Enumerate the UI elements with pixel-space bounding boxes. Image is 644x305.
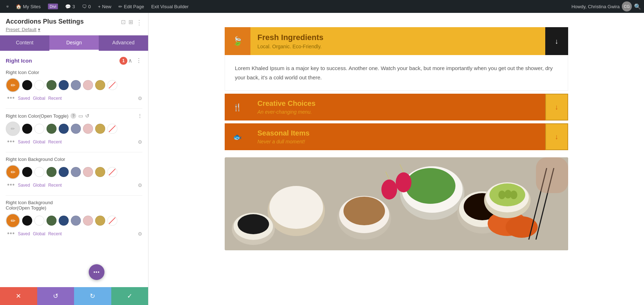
saved-link-3[interactable]: Saved <box>18 183 30 188</box>
color-swatch-black-3[interactable] <box>22 167 32 177</box>
accordion-header-seasonal-items[interactable]: 🐟 Seasonal Items Never a dull moment! ↓ <box>225 123 568 150</box>
tab-design[interactable]: Design <box>49 35 99 51</box>
device-icon-1[interactable]: ▭ <box>78 113 83 119</box>
color-swatch-navy-3[interactable] <box>59 167 69 177</box>
svg-point-31 <box>238 214 269 234</box>
color-swatch-pink-3[interactable] <box>83 167 93 177</box>
color-swatch-lavender-4[interactable] <box>71 216 81 226</box>
global-link-3[interactable]: Global <box>33 183 45 188</box>
divi-item[interactable]: Divi <box>44 0 62 13</box>
sidebar-header: Accordions Plus Settings ⊡ ⊞ ⋮ Preset: D… <box>0 13 148 35</box>
color-swatch-none-4[interactable] <box>107 216 117 226</box>
settings-gear-3[interactable]: ⚙ <box>138 182 142 188</box>
accordion-arrow-seasonal-items[interactable]: ↓ <box>545 123 568 150</box>
global-link-1[interactable]: Global <box>33 96 45 101</box>
color-swatch-navy-1[interactable] <box>59 80 69 90</box>
my-sites-item[interactable]: 🏠 My Sites <box>12 0 44 13</box>
section-more-icon[interactable]: ⋮ <box>135 56 142 65</box>
search-icon[interactable]: 🔍 <box>634 3 641 10</box>
global-link-4[interactable]: Global <box>33 231 45 236</box>
color-swatch-green-1[interactable] <box>47 80 57 90</box>
right-icon-bg-color-main-swatch[interactable]: ✏ <box>6 165 20 179</box>
color-swatch-green-2[interactable] <box>47 124 57 134</box>
color-swatch-white-2[interactable] <box>34 124 44 134</box>
user-avatar[interactable]: CG <box>622 1 632 11</box>
tab-content[interactable]: Content <box>0 35 49 51</box>
section-actions: ∧ ⋮ <box>127 56 142 65</box>
grid-icon[interactable]: ⊞ <box>128 19 133 26</box>
color-dots-1[interactable]: ••• <box>7 94 15 102</box>
edit-page-item[interactable]: ✏ Edit Page <box>115 0 147 13</box>
arrow-icon-1[interactable]: ↺ <box>85 113 89 119</box>
color-swatch-none-3[interactable] <box>107 167 117 177</box>
recent-link-1[interactable]: Recent <box>48 96 62 101</box>
preset-selector[interactable]: Preset: Default ▾ <box>6 27 142 32</box>
saved-link-1[interactable]: Saved <box>18 96 30 101</box>
color-swatch-green-4[interactable] <box>47 216 57 226</box>
more-icon-1[interactable]: ⋮ <box>137 113 142 119</box>
save-button[interactable]: ✓ <box>111 287 148 305</box>
color-swatch-navy-4[interactable] <box>59 216 69 226</box>
color-swatch-pink-4[interactable] <box>83 216 93 226</box>
accordion-header-fresh-ingredients[interactable]: 🍃 Fresh Ingredients Local. Organic. Eco-… <box>225 27 568 55</box>
color-swatch-gold-3[interactable] <box>95 167 105 177</box>
saved-link-2[interactable]: Saved <box>18 139 30 144</box>
color-swatch-white-4[interactable] <box>34 216 44 226</box>
new-item[interactable]: + New <box>94 0 115 13</box>
color-swatch-gold-4[interactable] <box>95 216 105 226</box>
accordion-icon-seasonal-items: 🐟 <box>225 123 250 150</box>
tab-advanced[interactable]: Advanced <box>99 35 148 51</box>
undo-button[interactable]: ↺ <box>37 287 74 305</box>
color-swatch-lavender-1[interactable] <box>71 80 81 90</box>
color-swatch-lavender-2[interactable] <box>71 124 81 134</box>
color-swatch-pink-2[interactable] <box>83 124 93 134</box>
accordion-arrow-fresh-ingredients[interactable]: ↓ <box>545 27 568 55</box>
comments-item[interactable]: 💬 3 <box>62 0 78 13</box>
global-link-2[interactable]: Global <box>33 139 45 144</box>
accordion-arrow-creative-choices[interactable]: ↓ <box>545 94 568 120</box>
redo-button[interactable]: ↻ <box>74 287 111 305</box>
exit-visual-builder-item[interactable]: Exit Visual Builder <box>148 0 192 13</box>
comment-icon: 💬 <box>65 4 71 9</box>
cancel-button[interactable]: ✕ <box>0 287 37 305</box>
color-dots-2[interactable]: ••• <box>7 138 15 146</box>
collapse-icon[interactable]: ∧ <box>127 56 133 65</box>
accordion-title-fresh-ingredients: Fresh Ingredients <box>258 33 538 42</box>
recent-link-4[interactable]: Recent <box>48 231 62 236</box>
right-icon-bg-color-field: Right Icon Background Color ✏ ••• Saved <box>6 157 142 189</box>
accordion-header-creative-choices[interactable]: 🍴 Creative Choices An ever-changing menu… <box>225 94 568 120</box>
right-icon-bg-color-open-main-swatch[interactable]: ✏ <box>6 213 20 228</box>
color-swatch-black-2[interactable] <box>22 124 32 134</box>
minimize-icon[interactable]: ⊡ <box>121 19 126 26</box>
color-swatch-navy-2[interactable] <box>59 124 69 134</box>
color-swatch-black-4[interactable] <box>22 216 32 226</box>
color-swatch-pink-1[interactable] <box>83 80 93 90</box>
right-icon-bg-color-row: ✏ <box>6 165 142 179</box>
floating-action-button[interactable]: ••• <box>89 264 104 280</box>
color-dots-3[interactable]: ••• <box>7 181 15 189</box>
color-swatch-green-3[interactable] <box>47 167 57 177</box>
color-swatch-black-1[interactable] <box>22 80 32 90</box>
recent-link-2[interactable]: Recent <box>48 139 62 144</box>
color-swatch-gold-2[interactable] <box>95 124 105 134</box>
color-swatch-none-2[interactable] <box>107 124 117 134</box>
color-swatch-lavender-3[interactable] <box>71 167 81 177</box>
new-comment-item[interactable]: 🗨 0 <box>78 0 94 13</box>
color-swatch-white-3[interactable] <box>34 167 44 177</box>
right-icon-color-main-swatch[interactable]: ✏ <box>6 78 20 92</box>
wordpress-icon[interactable]: W <box>3 2 12 11</box>
color-swatch-gold-1[interactable] <box>95 80 105 90</box>
settings-gear-1[interactable]: ⚙ <box>138 95 142 101</box>
help-icon-1[interactable]: ? <box>70 113 76 119</box>
color-swatch-white-1[interactable] <box>34 80 44 90</box>
color-swatch-none-1[interactable] <box>107 80 117 90</box>
settings-gear-2[interactable]: ⚙ <box>138 139 142 145</box>
accordion-body-fresh-ingredients: Lorem Khaled Ipsum is a major key to suc… <box>225 55 568 91</box>
color-dots-4[interactable]: ••• <box>7 230 15 237</box>
right-icon-color-open-main-swatch[interactable]: ✏ <box>6 122 20 136</box>
recent-link-3[interactable]: Recent <box>48 183 62 188</box>
saved-link-4[interactable]: Saved <box>18 231 30 236</box>
more-options-icon[interactable]: ⋮ <box>136 19 142 26</box>
accordion-icon-creative-choices: 🍴 <box>225 94 250 120</box>
settings-gear-4[interactable]: ⚙ <box>138 231 142 237</box>
